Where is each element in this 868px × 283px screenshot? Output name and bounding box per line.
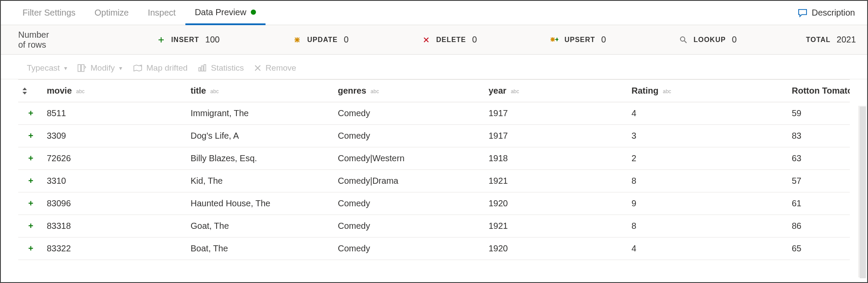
data-table-wrap: movieabc titleabc genresabc yearabc Rati… [18,79,850,260]
cell-rating: 4 [628,102,788,125]
type-badge: abc [511,88,519,94]
cell-genres: Comedy|Drama [334,170,485,192]
col-movie[interactable]: movieabc [43,80,187,102]
tool-label: Modify [91,63,115,73]
table-row[interactable]: +8511Immigrant, TheComedy1917459 [18,102,850,125]
map-drifted-button[interactable]: Map drifted [133,63,188,73]
tool-label: Statistics [211,63,244,73]
stat-update: UPDATE 0 [293,35,349,45]
row-insert-icon: + [18,192,43,215]
cell-title: Billy Blazes, Esq. [187,147,334,170]
statistics-button[interactable]: Statistics [198,63,244,73]
table-toolbar: Typecast ▾ Modify ▾ Map drifted Statisti… [1,57,867,79]
table-row[interactable]: +72626Billy Blazes, Esq.Comedy|Western19… [18,147,850,170]
stat-label: DELETE [436,36,466,44]
col-year[interactable]: yearabc [485,80,628,102]
comment-icon [798,9,807,17]
chevron-down-icon: ▾ [119,65,122,72]
cell-rotten: 65 [788,237,850,260]
type-badge: abc [211,88,219,94]
sort-column-header[interactable] [18,80,43,102]
tab-label: Filter Settings [23,8,75,18]
col-title[interactable]: titleabc [187,80,334,102]
cell-rating: 3 [628,125,788,147]
stat-total: TOTAL 2021 [806,35,856,45]
description-button[interactable]: Description [798,8,855,18]
cell-title: Goat, The [187,215,334,237]
data-table: movieabc titleabc genresabc yearabc Rati… [18,79,850,260]
typecast-button[interactable]: Typecast ▾ [27,63,67,73]
tab-label: Optimize [94,8,129,18]
cell-rotten: 63 [788,147,850,170]
cell-rotten: 86 [788,215,850,237]
columns-icon [78,64,86,72]
cell-rotten: 61 [788,192,850,215]
type-badge: abc [371,88,379,94]
row-insert-icon: + [18,170,43,192]
header-row: movieabc titleabc genresabc yearabc Rati… [18,80,850,102]
svg-point-0 [680,37,685,41]
col-rotten[interactable]: Rotton Tomato [788,80,850,102]
type-badge: abc [76,88,84,94]
cell-rating: 8 [628,170,788,192]
col-label: year [489,86,506,95]
cell-year: 1920 [485,237,628,260]
stat-value: 0 [601,35,606,45]
stat-upsert: UPSERT 0 [551,35,606,45]
col-label: Rotton Tomato [792,86,850,95]
tab-data-preview[interactable]: Data Preview [185,1,266,25]
asterisk-plus-icon [551,36,558,44]
col-rating[interactable]: Ratingabc [628,80,788,102]
col-genres[interactable]: genresabc [334,80,485,102]
col-label: title [191,86,206,95]
modify-button[interactable]: Modify ▾ [78,63,122,73]
cell-title: Dog's Life, A [187,125,334,147]
stat-label: LOOKUP [693,36,725,44]
scrollbar-thumb[interactable] [860,107,866,278]
stat-label: TOTAL [806,36,831,44]
cell-genres: Comedy|Western [334,147,485,170]
row-insert-icon: + [18,237,43,260]
tab-label: Data Preview [195,7,246,17]
cell-movie: 72626 [43,147,187,170]
vertical-scrollbar[interactable] [858,106,866,277]
svg-rect-5 [204,65,206,71]
stat-label: UPSERT [564,36,595,44]
table-row[interactable]: +3309Dog's Life, AComedy1917383 [18,125,850,147]
stat-value: 0 [472,35,477,45]
table-row[interactable]: +83318Goat, TheComedy1921886 [18,215,850,237]
tab-label: Inspect [148,8,175,18]
x-icon [254,65,261,72]
cell-genres: Comedy [334,215,485,237]
row-insert-icon: + [18,147,43,170]
tab-inspect[interactable]: Inspect [138,1,185,25]
tabs-bar: Filter Settings Optimize Inspect Data Pr… [1,1,867,25]
remove-button[interactable]: Remove [254,63,296,73]
tool-label: Typecast [27,63,60,73]
map-icon [133,64,142,72]
cell-rotten: 59 [788,102,850,125]
stat-value: 100 [205,35,220,45]
cell-year: 1921 [485,215,628,237]
cell-year: 1918 [485,147,628,170]
cell-movie: 83322 [43,237,187,260]
row-insert-icon: + [18,125,43,147]
table-row[interactable]: +3310Kid, TheComedy|Drama1921857 [18,170,850,192]
cell-genres: Comedy [334,192,485,215]
table-row[interactable]: +83096Haunted House, TheComedy1920961 [18,192,850,215]
cell-genres: Comedy [334,237,485,260]
cell-movie: 83318 [43,215,187,237]
table-row[interactable]: +83322Boat, TheComedy1920465 [18,237,850,260]
cell-genres: Comedy [334,125,485,147]
status-dot-icon [251,10,256,15]
tab-optimize[interactable]: Optimize [85,1,138,25]
cell-year: 1917 [485,125,628,147]
cell-rotten: 83 [788,125,850,147]
tab-filter-settings[interactable]: Filter Settings [13,1,85,25]
x-icon [422,36,430,44]
col-label: movie [47,86,72,95]
cell-title: Immigrant, The [187,102,334,125]
chevron-down-icon: ▾ [64,65,67,72]
stat-lookup: LOOKUP 0 [680,35,737,45]
description-label: Description [812,8,855,18]
